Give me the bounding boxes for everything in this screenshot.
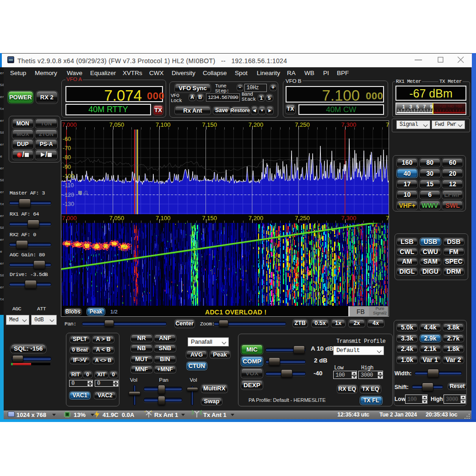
svg-text:-G: -G — [83, 190, 88, 195]
svg-text:-80: -80 — [63, 154, 71, 161]
svg-text:-60: -60 — [63, 136, 71, 142]
svg-text:+: + — [144, 410, 146, 413]
svg-text:-90: -90 — [63, 164, 71, 170]
svg-text:-120: -120 — [63, 192, 74, 198]
svg-text:-110: -110 — [63, 182, 74, 189]
svg-text:-70: -70 — [63, 145, 71, 151]
svg-text:+: + — [151, 410, 152, 413]
svg-text:-130: -130 — [63, 201, 74, 207]
svg-text:-100: -100 — [63, 173, 74, 179]
